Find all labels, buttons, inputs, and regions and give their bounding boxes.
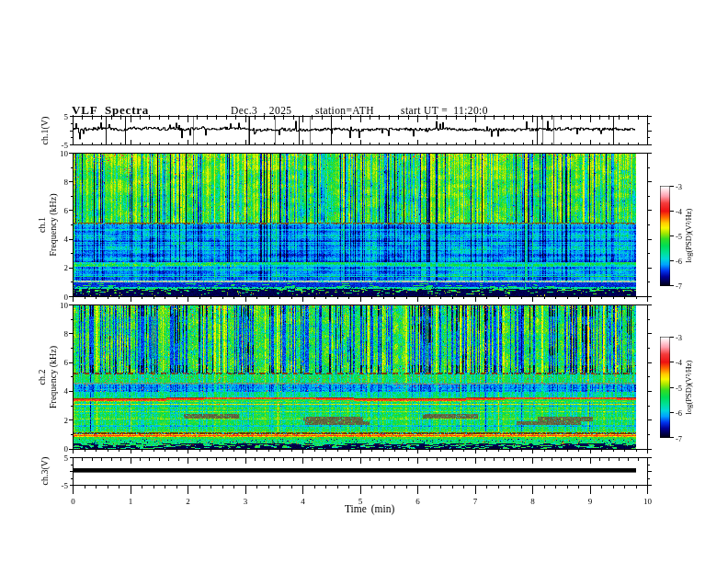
svg-text:3: 3: [244, 497, 248, 506]
svg-text:-5: -5: [62, 481, 69, 490]
svg-text:-3: -3: [676, 182, 682, 191]
svg-text:log(PSD)(V²/Hz): log(PSD)(V²/Hz): [684, 360, 693, 414]
svg-text:-5: -5: [676, 384, 682, 393]
svg-text:8: 8: [530, 497, 535, 506]
svg-text:log(PSD)(V²/Hz): log(PSD)(V²/Hz): [684, 208, 693, 262]
svg-text:6: 6: [64, 358, 69, 367]
svg-text:2: 2: [64, 263, 69, 272]
svg-text:10: 10: [60, 149, 69, 158]
svg-text:station=ATH: station=ATH: [315, 105, 374, 116]
svg-text:ch.1(V): ch.1(V): [40, 117, 51, 145]
svg-text:4: 4: [64, 386, 69, 396]
svg-text:10: 10: [643, 497, 653, 506]
svg-text:start UT = 11:20:0: start UT = 11:20:0: [401, 105, 488, 116]
svg-text:8: 8: [64, 178, 69, 187]
svg-text:ch.3(V): ch.3(V): [40, 457, 51, 486]
svg-text:-5: -5: [676, 232, 682, 241]
svg-text:2: 2: [64, 416, 69, 425]
svg-text:8: 8: [64, 329, 69, 339]
svg-text:Dec.3 , 2025: Dec.3 , 2025: [231, 105, 291, 117]
svg-text:4: 4: [64, 235, 69, 244]
svg-text:Time (min): Time (min): [345, 503, 394, 515]
svg-text:6: 6: [64, 206, 69, 215]
svg-text:4: 4: [301, 497, 305, 506]
svg-text:5: 5: [64, 454, 69, 463]
svg-text:0: 0: [71, 497, 75, 506]
svg-text:Frequency (kHz): Frequency (kHz): [48, 346, 59, 408]
svg-text:1: 1: [129, 497, 133, 506]
svg-text:2: 2: [186, 497, 190, 506]
svg-text:ch.2: ch.2: [37, 370, 47, 385]
svg-text:-7: -7: [676, 434, 682, 443]
svg-text:5: 5: [64, 112, 69, 121]
svg-text:-7: -7: [676, 282, 682, 291]
svg-text:Frequency (kHz): Frequency (kHz): [48, 193, 59, 256]
svg-text:6: 6: [415, 497, 420, 506]
svg-text:-6: -6: [676, 408, 682, 418]
svg-text:-6: -6: [676, 257, 682, 266]
svg-text:0: 0: [64, 444, 69, 454]
svg-text:-4: -4: [676, 358, 683, 367]
svg-text:-3: -3: [676, 333, 682, 342]
svg-text:10: 10: [60, 301, 69, 310]
svg-text:VLF Spectra: VLF Spectra: [72, 103, 149, 117]
svg-text:7: 7: [473, 497, 478, 506]
svg-text:ch.1: ch.1: [37, 217, 47, 233]
svg-text:-4: -4: [676, 207, 683, 216]
svg-text:9: 9: [588, 497, 593, 506]
